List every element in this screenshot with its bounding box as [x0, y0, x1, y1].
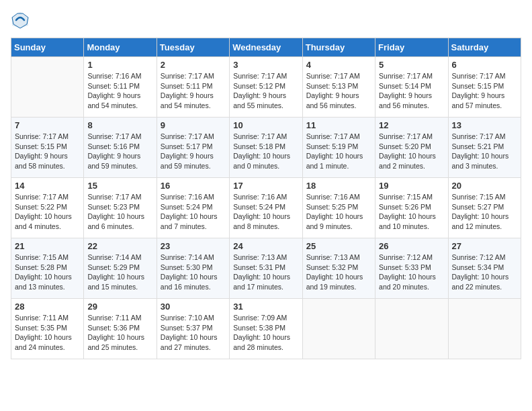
day-number: 17: [233, 181, 298, 191]
weekday-header-row: SundayMondayTuesdayWednesdayThursdayFrid…: [11, 38, 521, 57]
day-number: 12: [379, 120, 444, 130]
calendar-cell: 24Sunrise: 7:13 AM Sunset: 5:31 PM Dayli…: [230, 238, 302, 299]
day-info: Sunrise: 7:17 AM Sunset: 5:12 PM Dayligh…: [233, 71, 298, 111]
day-number: 11: [306, 120, 371, 130]
day-number: 16: [161, 181, 226, 191]
calendar-cell: 10Sunrise: 7:17 AM Sunset: 5:18 PM Dayli…: [230, 118, 302, 178]
day-number: 28: [15, 302, 80, 312]
calendar-cell: 1Sunrise: 7:16 AM Sunset: 5:11 PM Daylig…: [84, 57, 157, 118]
day-number: 19: [379, 181, 444, 191]
day-number: 27: [452, 241, 517, 251]
day-number: 5: [379, 60, 444, 70]
day-number: 10: [233, 120, 298, 130]
weekday-header-saturday: Saturday: [448, 38, 521, 57]
day-number: 2: [161, 60, 226, 70]
day-info: Sunrise: 7:12 AM Sunset: 5:33 PM Dayligh…: [379, 253, 444, 292]
day-info: Sunrise: 7:11 AM Sunset: 5:35 PM Dayligh…: [15, 313, 80, 353]
day-info: Sunrise: 7:17 AM Sunset: 5:14 PM Dayligh…: [379, 71, 444, 111]
day-number: 1: [87, 60, 152, 70]
day-number: 20: [452, 181, 517, 191]
day-number: 13: [452, 120, 517, 130]
svg-marker-0: [12, 12, 28, 28]
weekday-header-monday: Monday: [84, 38, 157, 57]
calendar-cell: 30Sunrise: 7:10 AM Sunset: 5:37 PM Dayli…: [157, 299, 229, 359]
day-number: 22: [87, 241, 152, 251]
day-info: Sunrise: 7:17 AM Sunset: 5:22 PM Dayligh…: [15, 192, 80, 232]
day-info: Sunrise: 7:15 AM Sunset: 5:28 PM Dayligh…: [15, 253, 80, 292]
weekday-header-wednesday: Wednesday: [230, 38, 302, 57]
calendar-cell: 14Sunrise: 7:17 AM Sunset: 5:22 PM Dayli…: [11, 178, 84, 238]
week-row-5: 28Sunrise: 7:11 AM Sunset: 5:35 PM Dayli…: [11, 299, 521, 359]
day-info: Sunrise: 7:17 AM Sunset: 5:15 PM Dayligh…: [15, 132, 80, 171]
day-info: Sunrise: 7:17 AM Sunset: 5:11 PM Dayligh…: [161, 71, 226, 111]
calendar-cell: 8Sunrise: 7:17 AM Sunset: 5:16 PM Daylig…: [84, 118, 157, 178]
day-info: Sunrise: 7:16 AM Sunset: 5:11 PM Dayligh…: [87, 71, 152, 111]
day-info: Sunrise: 7:17 AM Sunset: 5:15 PM Dayligh…: [452, 71, 517, 111]
weekday-header-sunday: Sunday: [11, 38, 84, 57]
calendar-cell: 15Sunrise: 7:17 AM Sunset: 5:23 PM Dayli…: [84, 178, 157, 238]
day-number: 23: [161, 241, 226, 251]
calendar-cell: 26Sunrise: 7:12 AM Sunset: 5:33 PM Dayli…: [375, 238, 448, 299]
day-info: Sunrise: 7:17 AM Sunset: 5:18 PM Dayligh…: [233, 132, 298, 171]
calendar-cell: 2Sunrise: 7:17 AM Sunset: 5:11 PM Daylig…: [157, 57, 229, 118]
day-number: 15: [87, 181, 152, 191]
day-number: 3: [233, 60, 298, 70]
day-number: 24: [233, 241, 298, 251]
calendar-cell: 22Sunrise: 7:14 AM Sunset: 5:29 PM Dayli…: [84, 238, 157, 299]
week-row-1: 1Sunrise: 7:16 AM Sunset: 5:11 PM Daylig…: [11, 57, 521, 118]
day-info: Sunrise: 7:10 AM Sunset: 5:37 PM Dayligh…: [161, 313, 226, 353]
day-number: 29: [87, 302, 152, 312]
calendar-cell: 17Sunrise: 7:16 AM Sunset: 5:24 PM Dayli…: [230, 178, 302, 238]
day-info: Sunrise: 7:12 AM Sunset: 5:34 PM Dayligh…: [452, 253, 517, 292]
calendar-cell: 3Sunrise: 7:17 AM Sunset: 5:12 PM Daylig…: [230, 57, 302, 118]
calendar-table: SundayMondayTuesdayWednesdayThursdayFrid…: [11, 38, 521, 359]
calendar-cell: 4Sunrise: 7:17 AM Sunset: 5:13 PM Daylig…: [302, 57, 375, 118]
day-info: Sunrise: 7:13 AM Sunset: 5:31 PM Dayligh…: [233, 253, 298, 292]
day-info: Sunrise: 7:17 AM Sunset: 5:21 PM Dayligh…: [452, 132, 517, 171]
day-info: Sunrise: 7:17 AM Sunset: 5:16 PM Dayligh…: [87, 132, 152, 171]
calendar-cell: 9Sunrise: 7:17 AM Sunset: 5:17 PM Daylig…: [157, 118, 229, 178]
weekday-header-thursday: Thursday: [302, 38, 375, 57]
calendar-cell: 25Sunrise: 7:13 AM Sunset: 5:32 PM Dayli…: [302, 238, 375, 299]
calendar-cell: 28Sunrise: 7:11 AM Sunset: 5:35 PM Dayli…: [11, 299, 84, 359]
day-info: Sunrise: 7:09 AM Sunset: 5:38 PM Dayligh…: [233, 313, 298, 353]
logo: [11, 11, 32, 30]
calendar-cell: 18Sunrise: 7:16 AM Sunset: 5:25 PM Dayli…: [302, 178, 375, 238]
day-number: 31: [233, 302, 298, 312]
calendar-cell: 13Sunrise: 7:17 AM Sunset: 5:21 PM Dayli…: [448, 118, 521, 178]
calendar-cell: [11, 57, 84, 118]
day-number: 21: [15, 241, 80, 251]
day-number: 9: [161, 120, 226, 130]
day-number: 8: [87, 120, 152, 130]
day-info: Sunrise: 7:16 AM Sunset: 5:24 PM Dayligh…: [161, 192, 226, 232]
weekday-header-friday: Friday: [375, 38, 448, 57]
calendar-cell: 5Sunrise: 7:17 AM Sunset: 5:14 PM Daylig…: [375, 57, 448, 118]
day-number: 30: [161, 302, 226, 312]
page-header: [11, 11, 521, 30]
day-number: 14: [15, 181, 80, 191]
calendar-cell: 29Sunrise: 7:11 AM Sunset: 5:36 PM Dayli…: [84, 299, 157, 359]
logo-icon: [11, 11, 30, 30]
calendar-cell: 19Sunrise: 7:15 AM Sunset: 5:26 PM Dayli…: [375, 178, 448, 238]
day-number: 6: [452, 60, 517, 70]
day-info: Sunrise: 7:16 AM Sunset: 5:25 PM Dayligh…: [306, 192, 371, 232]
day-info: Sunrise: 7:11 AM Sunset: 5:36 PM Dayligh…: [87, 313, 152, 353]
day-info: Sunrise: 7:14 AM Sunset: 5:29 PM Dayligh…: [87, 253, 152, 292]
day-info: Sunrise: 7:17 AM Sunset: 5:17 PM Dayligh…: [161, 132, 226, 171]
calendar-cell: 20Sunrise: 7:15 AM Sunset: 5:27 PM Dayli…: [448, 178, 521, 238]
calendar-cell: 6Sunrise: 7:17 AM Sunset: 5:15 PM Daylig…: [448, 57, 521, 118]
calendar-cell: 11Sunrise: 7:17 AM Sunset: 5:19 PM Dayli…: [302, 118, 375, 178]
calendar-cell: [448, 299, 521, 359]
calendar-cell: 7Sunrise: 7:17 AM Sunset: 5:15 PM Daylig…: [11, 118, 84, 178]
day-info: Sunrise: 7:15 AM Sunset: 5:26 PM Dayligh…: [379, 192, 444, 232]
day-info: Sunrise: 7:17 AM Sunset: 5:19 PM Dayligh…: [306, 132, 371, 171]
calendar-cell: 12Sunrise: 7:17 AM Sunset: 5:20 PM Dayli…: [375, 118, 448, 178]
day-number: 25: [306, 241, 371, 251]
day-number: 26: [379, 241, 444, 251]
week-row-4: 21Sunrise: 7:15 AM Sunset: 5:28 PM Dayli…: [11, 238, 521, 299]
calendar-cell: 27Sunrise: 7:12 AM Sunset: 5:34 PM Dayli…: [448, 238, 521, 299]
calendar-cell: [302, 299, 375, 359]
day-info: Sunrise: 7:17 AM Sunset: 5:23 PM Dayligh…: [87, 192, 152, 232]
day-info: Sunrise: 7:15 AM Sunset: 5:27 PM Dayligh…: [452, 192, 517, 232]
week-row-3: 14Sunrise: 7:17 AM Sunset: 5:22 PM Dayli…: [11, 178, 521, 238]
